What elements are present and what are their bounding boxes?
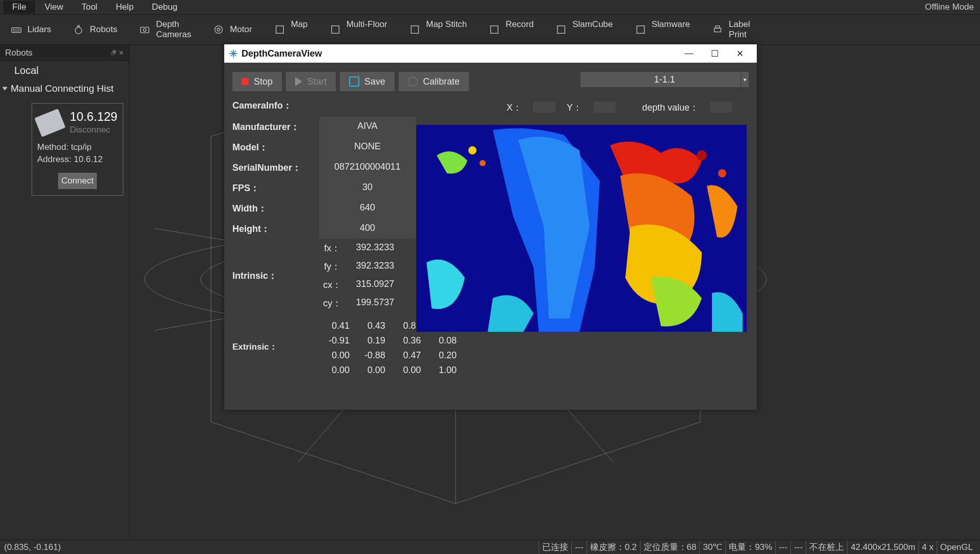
robots-history-label: Manual Connecting Hist [11,83,114,94]
robot-address: Address: 10.6.12 [37,154,118,165]
tree-expand-icon [3,87,8,91]
tb-robots-label: Robots [90,24,117,35]
cy-label: cy： [319,294,345,312]
status-battery: 电量：93% [725,540,775,554]
tb-depth-cameras[interactable]: DepthCameras [139,19,191,40]
serial-label: SerialNumber： [232,157,319,178]
svg-point-22 [468,146,476,154]
record-icon [488,24,500,35]
status-dash2: --- [775,540,790,554]
save-icon [349,76,359,87]
slamcube-icon [555,24,567,35]
robot-connect-button[interactable]: Connect [58,173,97,189]
status-dash3: --- [790,540,806,554]
tb-multifloor[interactable]: Multi-Floor. [329,19,387,40]
svg-point-24 [697,150,707,161]
tb-motor-label: Motor [230,24,252,35]
tb-slamware-label: Slamware. [652,19,691,40]
svg-rect-1 [14,29,19,31]
fx-label: fx： [319,239,345,257]
tb-robots[interactable]: Robots [72,24,117,35]
status-temp: 30℃ [699,540,725,554]
fy-label: fy： [319,257,345,276]
panel-pin-icon[interactable]: ⮻ [110,49,117,57]
svg-rect-4 [141,27,149,33]
svg-point-23 [480,160,486,166]
tb-map-label: Map. [291,19,308,40]
stop-icon [242,78,249,85]
svg-rect-13 [637,26,644,34]
cx-value: 315.0927 [345,276,406,294]
camera-select[interactable]: 1-1.1▾ [580,72,749,87]
status-mapsize: 42.400x21.500m [847,540,918,554]
width-value: 640 [319,198,416,219]
svg-point-3 [77,25,80,28]
tb-slamcube-label: SlamCube. [572,19,613,40]
lidar-icon [10,24,22,35]
menu-file[interactable]: File [3,1,35,14]
svg-rect-9 [331,26,339,34]
print-icon [711,24,724,35]
y-value [593,101,616,113]
robot-card[interactable]: 10.6.129 Disconnec Method: tcp/ip Addres… [32,103,123,196]
tb-labelprint[interactable]: LabelPrint [711,19,750,40]
save-button[interactable]: Save [340,72,394,91]
svg-rect-12 [558,26,565,34]
menu-help[interactable]: Help [107,1,143,14]
robots-panel-title: Robots [5,48,33,58]
svg-point-5 [143,29,146,32]
status-dock: 不在桩上 [806,540,847,554]
camerainfo-label: CameraInfo： [232,99,406,112]
svg-rect-10 [411,26,419,34]
menu-view[interactable]: View [35,1,72,14]
extrinsic-label: Extrinsic： [232,341,319,353]
menu-tool[interactable]: Tool [72,1,107,14]
tb-slamcube[interactable]: SlamCube. [555,19,613,40]
multifloor-icon [329,24,341,35]
cx-label: cx： [319,276,345,294]
motor-icon [213,24,225,35]
start-label: Start [307,76,327,87]
status-quality: 定位质量：68 [640,540,700,554]
y-label: Y： [567,101,582,114]
manufacturer-value: AIVA [319,117,416,137]
x-label: X： [507,101,522,114]
tb-slamware[interactable]: Slamware. [634,19,691,40]
depth-value [710,101,732,113]
stop-button[interactable]: Stop [232,72,282,91]
tb-depth-label: DepthCameras [156,19,191,40]
dialog-close-button[interactable]: ✕ [727,44,753,63]
tb-record-label: Record. [506,19,534,40]
robots-history-node[interactable]: Manual Connecting Hist [0,80,129,98]
tb-labelprint-label: LabelPrint [729,19,750,40]
tb-mapstitch[interactable]: Map Stitch. [409,19,467,40]
stop-label: Stop [254,76,273,87]
dialog-title: DepthCameraView [242,48,322,59]
svg-point-6 [215,26,223,34]
camera-icon [139,24,151,35]
tb-motor[interactable]: Motor [213,24,252,35]
robot-image [34,109,65,137]
robot-ip: 10.6.129 [70,110,117,124]
status-eraser: 橡皮擦：0.2 [587,540,640,554]
status-connected: 已连接 [539,540,571,554]
tb-lidars[interactable]: Lidars [10,24,51,35]
status-zoom: 4 x [918,540,937,554]
robot-method: Method: tcp/ip [37,142,118,152]
width-label: Width： [232,198,319,219]
dialog-maximize-button[interactable]: ☐ [702,44,727,63]
panel-close-icon[interactable]: × [119,48,124,58]
tb-record[interactable]: Record. [488,19,534,40]
start-button[interactable]: Start [286,72,336,91]
cy-value: 199.5737 [345,294,406,312]
tb-map[interactable]: Map. [274,19,308,40]
svg-point-7 [217,28,220,31]
robots-panel-header: Robots ⮻ × [0,45,129,61]
robots-local-node[interactable]: Local [0,61,129,80]
dialog-app-icon [228,48,239,59]
height-label: Height： [232,219,319,239]
mapstitch-icon [409,24,421,35]
dialog-minimize-button[interactable]: — [676,44,702,63]
menu-debug[interactable]: Debug [143,1,187,14]
chevron-down-icon: ▾ [740,72,749,87]
